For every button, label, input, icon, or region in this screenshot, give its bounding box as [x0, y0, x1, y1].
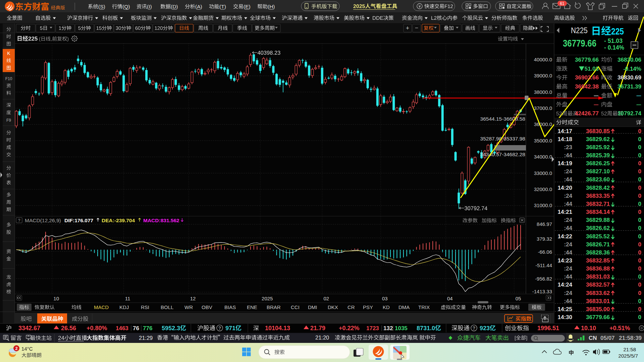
- svg-text:42426.77: 42426.77: [575, 110, 599, 117]
- svg-text:WR: WR: [184, 304, 193, 310]
- svg-text:KDJ: KDJ: [119, 304, 129, 310]
- svg-text:-66.06: -66.06: [538, 249, 552, 255]
- svg-text:34000.0: 34000.0: [534, 154, 552, 160]
- svg-text:-511.44: -511.44: [535, 262, 552, 268]
- svg-text:36833.62: 36833.62: [586, 290, 610, 296]
- svg-text:BOLL: BOLL: [161, 304, 173, 310]
- svg-text:+0.80%: +0.80%: [87, 325, 107, 331]
- svg-text:132: 132: [383, 325, 393, 331]
- svg-text:0: 0: [638, 160, 641, 167]
- svg-text:33000.0: 33000.0: [534, 170, 552, 176]
- svg-text:36836.88: 36836.88: [586, 265, 610, 272]
- svg-text:BIAS: BIAS: [224, 304, 236, 310]
- svg-text:38000.0: 38000.0: [534, 89, 552, 95]
- svg-text:04: 04: [447, 296, 453, 301]
- svg-text:36779.66: 36779.66: [575, 57, 599, 63]
- svg-text:(A): (A): [195, 4, 202, 9]
- svg-text:+0.22%: +0.22%: [339, 325, 360, 331]
- svg-text:0: 0: [638, 168, 641, 175]
- svg-text:02: 02: [323, 296, 329, 301]
- svg-text:0: 0: [638, 144, 641, 150]
- svg-text:PSY: PSY: [363, 304, 373, 310]
- svg-text::24: :24: [564, 217, 572, 223]
- svg-text:1463: 1463: [116, 325, 128, 331]
- svg-text:0: 0: [638, 290, 641, 296]
- svg-text:21.79: 21.79: [310, 325, 325, 331]
- svg-text:2025: 2025: [262, 296, 273, 301]
- svg-text:36826.25: 36826.25: [586, 160, 610, 167]
- svg-text:(Q): (Q): [122, 4, 130, 9]
- svg-text:14:21: 14:21: [558, 209, 572, 215]
- svg-text:0: 0: [638, 241, 641, 248]
- svg-text:225: 225: [611, 26, 624, 37]
- svg-text:21:29: 21:29: [139, 335, 153, 341]
- svg-text:CR: CR: [347, 304, 355, 310]
- svg-text:CCI: CCI: [291, 304, 300, 310]
- svg-text:76: 76: [133, 325, 139, 331]
- svg-text::24: :24: [564, 290, 572, 296]
- svg-text:+0.51%: +0.51%: [609, 325, 630, 331]
- svg-text:(E): (E): [244, 4, 251, 9]
- svg-text:0: 0: [638, 282, 641, 288]
- svg-text::24: :24: [564, 265, 572, 272]
- svg-text:36544.15-36608.58: 36544.15-36608.58: [480, 116, 525, 122]
- svg-text:(T): (T): [219, 4, 226, 9]
- svg-text:379.32: 379.32: [537, 236, 552, 242]
- svg-text:36731.39: 36731.39: [618, 83, 641, 90]
- svg-text:14:18: 14:18: [558, 136, 572, 142]
- svg-text:14:23: 14:23: [558, 257, 572, 264]
- svg-text:0: 0: [638, 185, 641, 191]
- svg-text:F9: F9: [6, 118, 11, 123]
- svg-text:DIF:176.077: DIF:176.077: [64, 218, 93, 223]
- svg-text:21:58: 21:58: [623, 347, 636, 352]
- svg-text:11: 11: [125, 296, 130, 301]
- svg-text:36829.88: 36829.88: [586, 217, 610, 223]
- svg-text:ENE: ENE: [247, 304, 257, 310]
- svg-text::: :: [84, 335, 86, 341]
- svg-text:?: ?: [473, 325, 476, 331]
- svg-text:0: 0: [638, 233, 641, 240]
- svg-text:36779.66: 36779.66: [563, 38, 596, 49]
- svg-text:36903.66: 36903.66: [575, 74, 599, 81]
- svg-text:?: ?: [218, 325, 221, 331]
- svg-text:14:19: 14:19: [558, 160, 572, 167]
- svg-text::23: :23: [564, 144, 572, 150]
- svg-text:(H): (H): [268, 4, 275, 9]
- svg-text:K: K: [7, 51, 10, 56]
- svg-text:(I): (I): [147, 4, 152, 9]
- svg-text:(D): (D): [171, 4, 178, 9]
- svg-text:05/07: 05/07: [600, 335, 615, 341]
- svg-text:(S): (S): [98, 4, 105, 9]
- svg-text:DMA: DMA: [398, 304, 410, 310]
- svg-text:DKX: DKX: [328, 304, 338, 310]
- svg-text:DMI: DMI: [308, 304, 317, 310]
- svg-text:14:20: 14:20: [558, 185, 572, 191]
- svg-text::24: :24: [564, 168, 572, 175]
- svg-text:RSI: RSI: [141, 304, 149, 310]
- svg-text:-1413.33: -1413.33: [532, 289, 552, 294]
- svg-text:36828.42: 36828.42: [586, 185, 610, 191]
- svg-text:10.10: 10.10: [581, 325, 596, 331]
- svg-text:37000.0: 37000.0: [534, 105, 552, 111]
- svg-text:36832.57: 36832.57: [586, 282, 610, 288]
- svg-text:-0.14%: -0.14%: [623, 66, 641, 72]
- svg-text:36834.14: 36834.14: [586, 209, 610, 215]
- svg-text:MACD:831.562: MACD:831.562: [143, 218, 179, 223]
- svg-text:61: 61: [560, 1, 565, 6]
- svg-text:OBV: OBV: [202, 304, 212, 310]
- svg-text:36830.06: 36830.06: [618, 57, 641, 63]
- svg-text:2025/5/7: 2025/5/7: [619, 353, 638, 359]
- svg-text:36942.38: 36942.38: [575, 83, 599, 90]
- svg-text:CN: CN: [589, 335, 597, 341]
- svg-text::24: :24: [564, 193, 572, 199]
- svg-text:-956.82: -956.82: [535, 276, 552, 282]
- svg-text:0: 0: [638, 314, 641, 320]
- svg-text:36830.69: 36830.69: [618, 74, 641, 81]
- svg-text:0: 0: [638, 193, 641, 199]
- svg-text:MACD: MACD: [94, 304, 109, 310]
- svg-text:3342.67: 3342.67: [18, 325, 40, 331]
- svg-text:1035: 1035: [395, 325, 408, 331]
- svg-text:03: 03: [382, 296, 388, 301]
- svg-text:36827.10: 36827.10: [586, 168, 610, 175]
- svg-text:10104.13: 10104.13: [265, 325, 290, 331]
